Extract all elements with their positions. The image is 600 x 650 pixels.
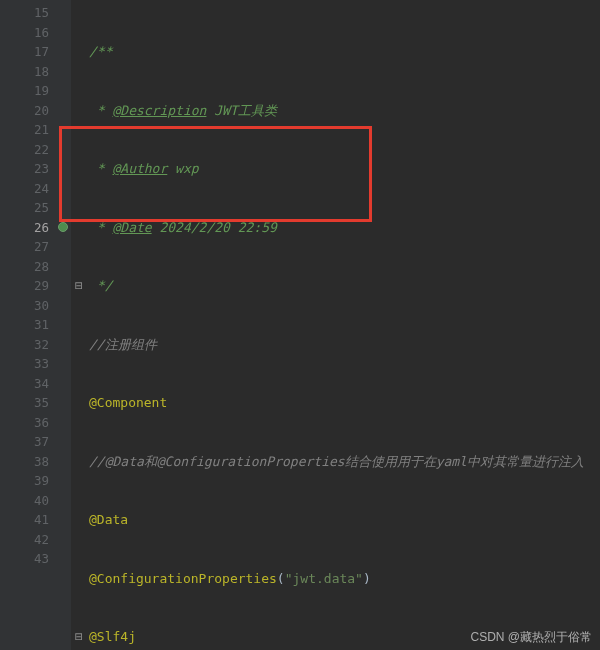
line-number: 36: [0, 413, 49, 433]
line-number: 27: [0, 237, 49, 257]
line-number: 37: [0, 432, 49, 452]
gutter: 1516171819202122232425262728293031323334…: [0, 0, 55, 650]
line-number: 22: [0, 140, 49, 160]
line-number: 19: [0, 81, 49, 101]
line-number: 20: [0, 101, 49, 121]
line-number: 34: [0, 374, 49, 394]
run-gutter-icon[interactable]: [58, 222, 68, 232]
line-number: 25: [0, 198, 49, 218]
line-number: 35: [0, 393, 49, 413]
code-area[interactable]: /** * @Description JWT工具类 * @Author wxp …: [71, 0, 600, 650]
line-number: 31: [0, 315, 49, 335]
line-number: 18: [0, 62, 49, 82]
line-number: 32: [0, 335, 49, 355]
line-number: 39: [0, 471, 49, 491]
line-number: 23: [0, 159, 49, 179]
line-number: 17: [0, 42, 49, 62]
line-number: 24: [0, 179, 49, 199]
watermark: CSDN @藏热烈于俗常: [470, 628, 592, 646]
line-number: 43: [0, 549, 49, 569]
line-number: 30: [0, 296, 49, 316]
gutter-icons: [55, 0, 71, 650]
line-number: 40: [0, 491, 49, 511]
line-number: 41: [0, 510, 49, 530]
line-number: 21: [0, 120, 49, 140]
line-number: 29: [0, 276, 49, 296]
line-number: 33: [0, 354, 49, 374]
code-editor[interactable]: 1516171819202122232425262728293031323334…: [0, 0, 600, 650]
line-number: 28: [0, 257, 49, 277]
line-number: 16: [0, 23, 49, 43]
line-number: 42: [0, 530, 49, 550]
line-number: 38: [0, 452, 49, 472]
line-number: 15: [0, 3, 49, 23]
line-number: 26: [0, 218, 49, 238]
